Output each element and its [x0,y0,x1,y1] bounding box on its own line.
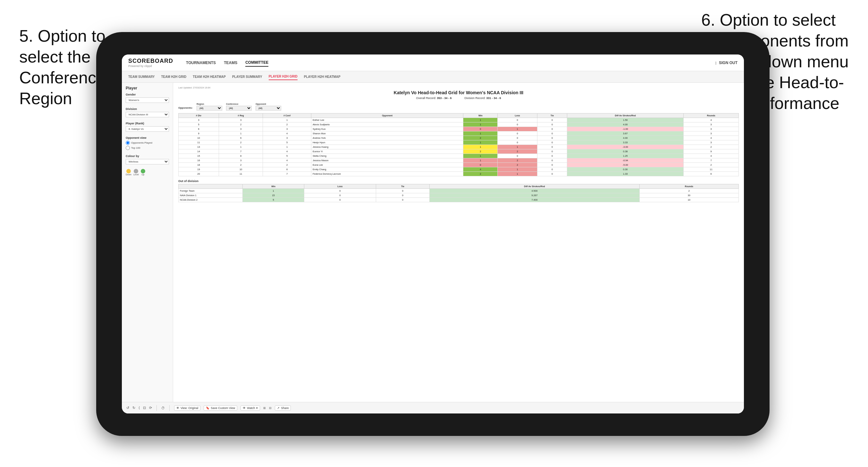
cell-rounds: 11 [684,167,739,172]
colour-by-select[interactable]: Win/loss [126,159,169,164]
share-icon: ↗ [277,406,280,410]
sub-nav-player-h2h-grid[interactable]: PLAYER H2H GRID [269,73,298,80]
cell-conf: 4 [263,131,311,136]
cell-opponent: Esther Lee [311,118,463,122]
save-custom-btn[interactable]: 🔖 Save Custom View [204,405,237,411]
legend-dot-up [141,169,145,174]
cell-loss: 2 [498,163,537,167]
view-original-label: View: Original [181,406,198,410]
report-title: Katelyn Vo Head-to-Head Grid for Women's… [178,90,739,95]
out-div-row: NCAA Division 2 5 0 0 7.400 10 [179,198,739,202]
view-original-btn[interactable]: 👁 View: Original [174,405,200,411]
cell-rounds: 9 [684,149,739,154]
cell-reg: 3 [219,118,262,122]
cell-loss: 0 [498,131,537,136]
layout-icon[interactable]: ⊞ [263,406,266,410]
cell-rounds: 3 [684,122,739,127]
sub-nav-player-h2h-heatmap[interactable]: PLAYER H2H HEATMAP [304,74,341,80]
cell-conf: 1 [263,145,311,149]
radio-top100[interactable]: Top 100 [126,146,169,150]
player-rank-select[interactable]: 8. Katelyn Vo [126,126,169,132]
gender-select[interactable]: Women's [126,97,169,103]
nav-bar: SCOREBOARD Powered by clippd TOURNAMENTS… [122,55,744,71]
filter-region: Region (All) [196,103,222,111]
cell-loss: 0 [498,122,537,127]
filter-row: Opponents: Region (All) Conference (All) [178,103,739,111]
legend-level: Level [133,169,139,176]
out-col-diff: Diff Av Strokes/Rnd [430,184,640,189]
division-record-label: Division Record: 331 - 34 - 6 [465,96,501,100]
conference-select[interactable]: (All) [226,106,252,111]
nav-items: TOURNAMENTS TEAMS COMMITTEE [186,59,268,67]
refresh-icon[interactable]: ⟳ [149,406,152,410]
cell-win: 1 [463,131,498,136]
nav-committee[interactable]: COMMITTEE [245,59,268,67]
out-cell-rounds: 30 [640,193,739,198]
cell-tie: 0 [537,136,567,141]
cell-reg: 3 [219,127,262,131]
cell-loss: 2 [498,149,537,154]
sub-nav: TEAM SUMMARY TEAM H2H GRID TEAM H2H HEAT… [122,71,744,83]
sub-nav-team-h2h-grid[interactable]: TEAM H2H GRID [161,74,186,80]
share-btn[interactable]: ↗ Share [275,405,291,411]
cell-div: 13 [179,145,219,149]
back-icon[interactable]: ⟨ [138,406,140,410]
cell-conf: 5 [263,154,311,158]
opponent-select[interactable]: (All) [255,106,281,111]
cell-rounds: 7 [684,158,739,163]
sub-nav-team-h2h-heatmap[interactable]: TEAM H2H HEATMAP [193,74,226,80]
cell-tie: 0 [537,158,567,163]
redo-icon[interactable]: ↻ [132,406,135,410]
grid-icon[interactable]: ⊟ [269,406,272,410]
legend-label-down: Down [126,174,131,176]
legend-dot-level [134,169,138,174]
cell-diff: -0.94 [567,158,684,163]
cell-reg: 2 [219,122,262,127]
cell-conf: 3 [263,127,311,131]
sign-out-link[interactable]: Sign out [719,59,738,66]
clock-icon[interactable]: ⏱ [161,406,165,410]
copy-icon[interactable]: ⊡ [143,406,146,410]
bookmark-icon: 🔖 [206,406,209,410]
cell-diff: -5.00 [567,163,684,167]
colour-by-section: Colour by Win/loss [126,155,169,164]
cell-rounds: 4 [684,136,739,141]
out-cell-win: 15 [243,193,304,198]
out-cell-win: 1 [243,189,304,193]
sub-nav-team-summary[interactable]: TEAM SUMMARY [128,74,155,80]
out-cell-win: 5 [243,198,304,202]
radio-opponents-played[interactable]: Opponents Played [126,141,169,145]
watch-btn[interactable]: 👁 Watch ▾ [241,405,260,411]
watch-label: Watch [247,406,255,410]
cell-div: 18 [179,163,219,167]
conference-label: Conference [226,103,252,105]
cell-conf: 1 [263,118,311,122]
out-col-loss: Loss [304,184,376,189]
region-select[interactable]: (All) [196,106,222,111]
col-diff: Diff Av Strokes/Rnd [567,114,684,118]
cell-div: 14 [179,149,219,154]
cell-win: 2 [463,172,498,176]
undo-icon[interactable]: ↺ [126,406,129,410]
cell-reg: 2 [219,163,262,167]
cell-opponent: Jessica Mason [311,158,463,163]
cell-opponent: Heejo Hyun [311,141,463,145]
out-cell-loss: 0 [304,193,376,198]
toolbar: ↺ ↻ ⟨ ⊡ ⟳ ⏱ 👁 View: Original 🔖 Save Cust… [122,402,744,413]
table-row: 5 2 2 Alexis Sudjianto 1 0 0 4.00 3 [179,122,739,127]
logo-sub: Powered by clippd [128,64,173,68]
nav-tournaments[interactable]: TOURNAMENTS [186,59,216,66]
cell-reg: 1 [219,131,262,136]
cell-loss: 0 [498,136,537,141]
watch-chevron: ▾ [256,406,258,410]
nav-teams[interactable]: TEAMS [224,59,237,66]
cell-tie: 0 [537,145,567,149]
cell-div: 5 [179,122,219,127]
legend-up: Up [141,169,145,176]
division-select[interactable]: NCAA Division III [126,112,169,117]
sub-nav-player-summary[interactable]: PLAYER SUMMARY [232,74,262,80]
cell-win: 0 [463,163,498,167]
cell-tie: 0 [537,149,567,154]
cell-diff: 3.33 [567,141,684,145]
region-label: Region [196,103,222,105]
